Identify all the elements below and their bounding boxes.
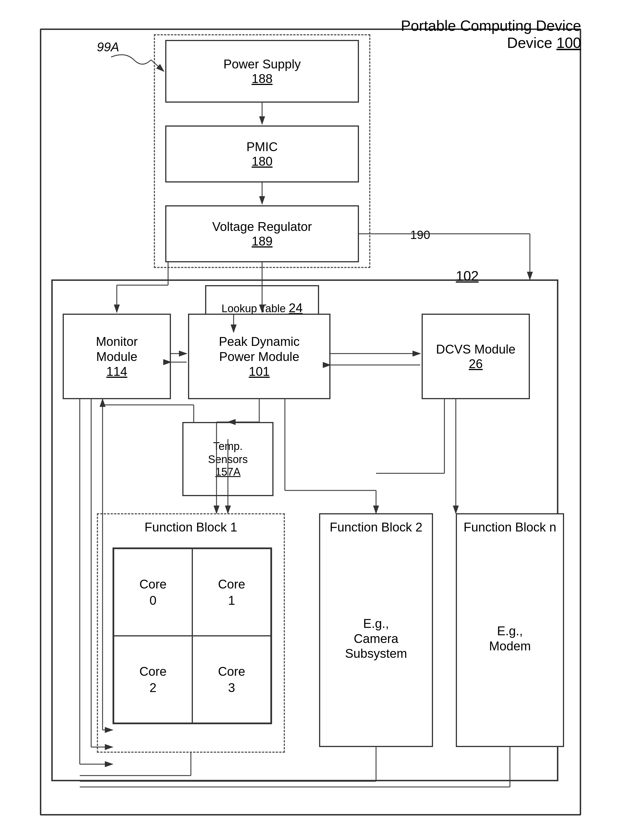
function-block-n-box: Function Block n E.g., Modem [456, 513, 564, 747]
voltage-regulator-box: Voltage Regulator 189 [165, 205, 359, 262]
fb2-content2: Camera [354, 631, 398, 646]
pmic-label: PMIC [246, 139, 278, 155]
dcvs-box: DCVS Module 26 [422, 314, 530, 399]
temp-number: 157A [216, 466, 241, 478]
fb2-label: Function Block 2 [330, 520, 422, 534]
fbn-content1: E.g., [497, 624, 523, 639]
core-0-cell: Core0 [114, 549, 192, 636]
core-1-cell: Core1 [192, 549, 271, 636]
voltage-regulator-number: 189 [252, 234, 272, 248]
lookup-table-number: 24 [289, 301, 303, 315]
fbn-content2: Modem [489, 639, 531, 654]
pmic-box: PMIC 180 [165, 125, 359, 183]
label-190: 190 [410, 228, 430, 242]
temp-label2: Sensors [208, 453, 247, 466]
core-3-cell: Core3 [192, 636, 271, 723]
peak-dynamic-label1: Peak Dynamic [219, 334, 300, 349]
dcvs-label1: DCVS Module [436, 342, 516, 357]
device-name-text: Portable Computing Device [401, 17, 581, 34]
lookup-table-label: Lookup Table 24 [222, 300, 303, 316]
fb2-content1: E.g., [363, 616, 389, 631]
diagram-container: Portable Computing Device Device 100 99A… [28, 11, 598, 827]
power-supply-box: Power Supply 188 [165, 40, 359, 103]
dcvs-number: 26 [469, 357, 483, 371]
power-supply-number: 188 [252, 71, 272, 86]
peak-dynamic-label2: Power Module [219, 349, 299, 365]
cores-grid: Core0 Core1 Core2 Core3 [113, 548, 272, 724]
label-102: 102 [456, 268, 479, 284]
monitor-module-box: Monitor Module 114 [63, 314, 171, 399]
power-supply-label: Power Supply [224, 57, 301, 72]
monitor-number: 114 [106, 365, 127, 379]
fb1-label: Function Block 1 [145, 520, 237, 534]
temp-sensors-box: Temp. Sensors 157A [182, 422, 274, 496]
monitor-label1: Monitor [96, 334, 138, 349]
device-label: Portable Computing Device Device 100 [401, 17, 581, 51]
device-number: 100 [556, 35, 581, 51]
peak-dynamic-number: 101 [249, 365, 269, 379]
monitor-label2: Module [96, 349, 137, 365]
core-2-cell: Core2 [114, 636, 192, 723]
temp-label1: Temp. [213, 440, 242, 453]
label-99a: 99A [97, 40, 119, 54]
voltage-regulator-label: Voltage Regulator [212, 219, 312, 234]
fbn-label: Function Block n [463, 520, 556, 534]
fb2-content3: Subsystem [345, 646, 407, 661]
pmic-number: 180 [252, 154, 272, 169]
function-block-2-box: Function Block 2 E.g., Camera Subsystem [319, 513, 433, 747]
peak-dynamic-box: Peak Dynamic Power Module 101 [188, 314, 331, 399]
